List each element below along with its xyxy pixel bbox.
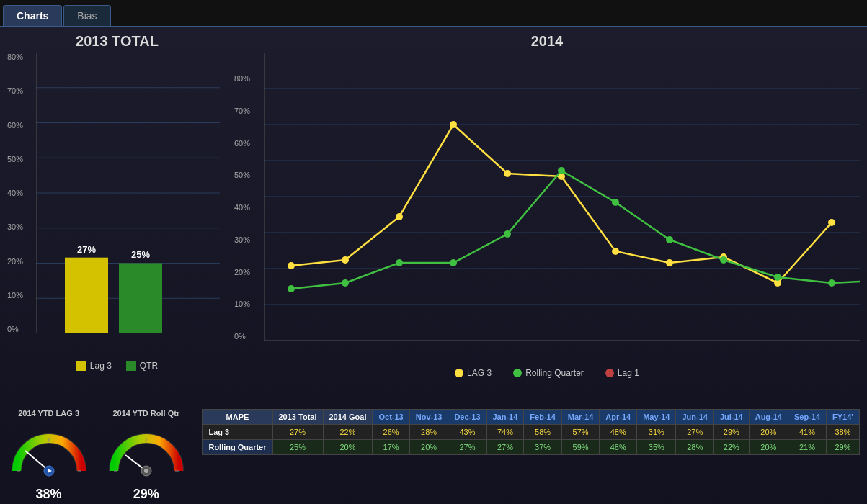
svg-point-40 xyxy=(774,274,781,281)
row-rq-may14: 35% xyxy=(637,440,676,455)
row-lag3-jan14: 74% xyxy=(486,425,524,440)
svg-point-24 xyxy=(504,170,511,177)
row-lag3-jul14: 29% xyxy=(713,425,749,440)
gauge-rollqtr-dial xyxy=(107,420,186,485)
right-chart-title: 2014 xyxy=(531,33,564,50)
gauge-rollqtr-value: 29% xyxy=(133,487,159,502)
row-rq-mar14: 59% xyxy=(561,440,599,455)
line-chart-legend: LAG 3 Rolling Quarter Lag 1 xyxy=(455,368,639,378)
row-lag3-aug14: 20% xyxy=(749,425,788,440)
legend-line-rq-label: Rolling Quarter xyxy=(525,368,584,378)
rolling-quarter-line xyxy=(291,171,860,289)
row-lag3-2014goal: 22% xyxy=(323,425,373,440)
svg-point-35 xyxy=(504,230,511,238)
table-header-row: MAPE 2013 Total 2014 Goal Oct-13 Nov-13 … xyxy=(203,410,860,425)
legend-lag3: Lag 3 xyxy=(76,361,112,371)
col-oct13: Oct-13 xyxy=(373,410,409,425)
legend-line-lag3: LAG 3 xyxy=(455,368,492,378)
row-lag3-2013total: 27% xyxy=(272,425,323,440)
row-rq-aug14: 20% xyxy=(749,440,788,455)
legend-line-rq: Rolling Quarter xyxy=(513,368,584,378)
row-lag3-label: Lag 3 xyxy=(203,425,272,440)
row-lag3-jun14: 27% xyxy=(676,425,713,440)
col-apr14: Apr-14 xyxy=(600,410,637,425)
col-mar14: Mar-14 xyxy=(561,410,599,425)
line-chart-area: 0% 10% 20% 30% 40% 50% 60% 70% 80% xyxy=(234,53,860,362)
row-lag3-apr14: 48% xyxy=(600,425,637,440)
svg-point-38 xyxy=(666,236,673,243)
svg-point-39 xyxy=(720,256,727,264)
legend-line-lag3-dot xyxy=(455,369,463,377)
left-chart-title: 2013 TOTAL xyxy=(76,33,159,50)
col-nov13: Nov-13 xyxy=(409,410,448,425)
row-lag3-sep14: 41% xyxy=(788,425,826,440)
legend-line-lag1-label: Lag 1 xyxy=(618,368,639,378)
gauge-lag3-value: 38% xyxy=(36,487,62,502)
col-mape: MAPE xyxy=(203,410,272,425)
col-fy14: FY14' xyxy=(827,410,860,425)
legend-lag3-box xyxy=(76,361,86,371)
tab-bar: Charts Bias xyxy=(0,0,867,27)
bar-lag3-label: 27% xyxy=(77,244,96,255)
row-rq-oct13: 17% xyxy=(373,440,409,455)
col-jan14: Jan-14 xyxy=(486,410,524,425)
legend-qtr: QTR xyxy=(126,361,158,371)
svg-point-22 xyxy=(396,213,403,220)
gauge-lag3-title: 2014 YTD LAG 3 xyxy=(18,409,79,418)
row-rq-feb14: 37% xyxy=(524,440,561,455)
bar-chart-svg: 27% 25% xyxy=(36,53,220,333)
row-rq-apr14: 48% xyxy=(600,440,637,455)
svg-point-27 xyxy=(666,259,673,266)
col-aug14: Aug-14 xyxy=(749,410,788,425)
svg-point-26 xyxy=(612,248,619,255)
col-dec13: Dec-13 xyxy=(448,410,486,425)
line-y-axis: 0% 10% 20% 30% 40% 50% 60% 70% 80% xyxy=(234,74,262,341)
svg-point-21 xyxy=(342,256,349,264)
legend-line-lag1-dot xyxy=(605,369,614,377)
legend-line-lag3-label: LAG 3 xyxy=(467,368,492,378)
col-sep14: Sep-14 xyxy=(788,410,826,425)
tab-charts[interactable]: Charts xyxy=(3,5,62,26)
svg-point-36 xyxy=(558,167,565,174)
left-chart: 2013 TOTAL 0% 10% 20% 30% 40% 50% 60% 70… xyxy=(7,33,227,403)
svg-point-64 xyxy=(144,469,148,473)
svg-point-31 xyxy=(288,285,295,292)
col-2014goal: 2014 Goal xyxy=(323,410,373,425)
row-rq-2013total: 25% xyxy=(272,440,323,455)
gauge-lag3: 2014 YTD LAG 3 xyxy=(7,409,90,502)
row-rq-sep14: 21% xyxy=(788,440,826,455)
tab-bias[interactable]: Bias xyxy=(63,5,110,26)
charts-row: 2013 TOTAL 0% 10% 20% 30% 40% 50% 60% 70… xyxy=(0,27,867,403)
row-rq-dec13: 27% xyxy=(448,440,486,455)
gauge-rollqtr: 2014 YTD Roll Qtr xyxy=(105,409,187,502)
col-feb14: Feb-14 xyxy=(524,410,561,425)
legend-line-lag1: Lag 1 xyxy=(605,368,639,378)
row-rq-label: Rolling Quarter xyxy=(203,440,272,455)
row-rq-jan14: 27% xyxy=(486,440,524,455)
gauge-rollqtr-title: 2014 YTD Roll Qtr xyxy=(112,409,179,418)
bar-legend: Lag 3 QTR xyxy=(76,361,158,371)
row-lag3-nov13: 28% xyxy=(409,425,448,440)
svg-point-41 xyxy=(828,279,835,287)
row-lag3-dec13: 43% xyxy=(448,425,486,440)
col-2013total: 2013 Total xyxy=(272,410,323,425)
data-table: MAPE 2013 Total 2014 Goal Oct-13 Nov-13 … xyxy=(202,409,860,455)
lag3-line xyxy=(291,125,832,283)
table-row-lag3: Lag 3 27% 22% 26% 28% 43% 74% 58% 57% 48… xyxy=(203,425,860,440)
legend-line-rq-dot xyxy=(513,369,522,377)
row-lag3-fy14: 38% xyxy=(827,425,860,440)
main-content: 2013 TOTAL 0% 10% 20% 30% 40% 50% 60% 70… xyxy=(0,27,867,504)
bar-chart-area: 0% 10% 20% 30% 40% 50% 60% 70% 80% xyxy=(7,53,227,355)
legend-qtr-box xyxy=(126,361,136,371)
row-lag3-mar14: 57% xyxy=(561,425,599,440)
bar-y-axis: 0% 10% 20% 30% 40% 50% 60% 70% 80% xyxy=(7,53,32,333)
svg-point-20 xyxy=(288,262,295,269)
gauge-lag3-dial xyxy=(9,420,89,485)
row-lag3-feb14: 58% xyxy=(524,425,561,440)
svg-point-37 xyxy=(612,199,619,206)
row-rq-nov13: 20% xyxy=(409,440,448,455)
bar-qtr xyxy=(119,264,162,334)
bar-qtr-label: 25% xyxy=(131,249,150,260)
svg-point-32 xyxy=(342,279,349,287)
row-rq-jul14: 22% xyxy=(713,440,749,455)
